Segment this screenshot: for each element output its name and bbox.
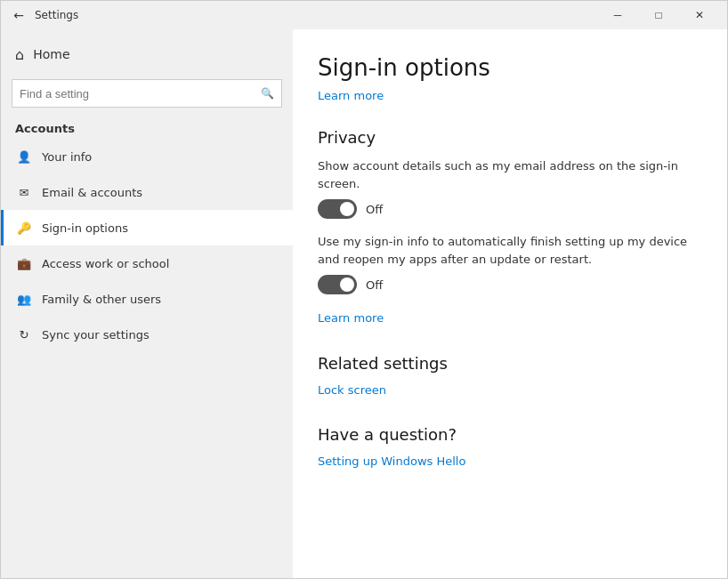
- sidebar-item-home[interactable]: ⌂ Home: [1, 36, 293, 72]
- briefcase-icon: 💼: [15, 257, 33, 270]
- nav-label-email-accounts: Email & accounts: [42, 186, 142, 199]
- content-area: ⌂ Home 🔍 Accounts 👤 Your info ✉ Email & …: [1, 29, 727, 578]
- minimize-button[interactable]: ─: [597, 1, 638, 29]
- privacy-row-1: Show account details such as my email ad…: [318, 157, 699, 219]
- family-icon: 👥: [15, 293, 33, 306]
- back-button[interactable]: ←: [8, 4, 29, 26]
- setting-up-windows-hello-link[interactable]: Setting up Windows Hello: [318, 454, 699, 468]
- have-question-section: Have a question? Setting up Windows Hell…: [318, 425, 699, 468]
- privacy-section-title: Privacy: [318, 128, 699, 147]
- sidebar-item-family-other-users[interactable]: 👥 Family & other users: [1, 281, 293, 317]
- related-section-title: Related settings: [318, 354, 699, 373]
- sync-icon: ↻: [15, 328, 33, 342]
- home-icon: ⌂: [15, 46, 24, 63]
- main-content: Sign-in options Learn more Privacy Show …: [293, 29, 727, 578]
- sidebar-item-access-work-school[interactable]: 💼 Access work or school: [1, 245, 293, 281]
- search-input[interactable]: [20, 87, 261, 101]
- toggle-2[interactable]: [318, 275, 357, 294]
- related-section: Related settings Lock screen: [318, 354, 699, 397]
- privacy-row-2: Use my sign-in info to automatically fin…: [318, 233, 699, 294]
- toggle-label-1: Off: [366, 203, 383, 216]
- page-title: Sign-in options: [318, 54, 699, 81]
- nav-label-your-info: Your info: [42, 150, 92, 164]
- privacy-section: Privacy Show account details such as my …: [318, 128, 699, 326]
- toggle-row-1: Off: [318, 199, 699, 219]
- nav-label-family-other-users: Family & other users: [42, 293, 161, 306]
- nav-label-sync-settings: Sync your settings: [42, 328, 150, 342]
- sidebar-item-sync-settings[interactable]: ↻ Sync your settings: [1, 317, 293, 352]
- window-controls: ─ □ ✕: [597, 1, 720, 29]
- close-button[interactable]: ✕: [679, 1, 720, 29]
- sidebar: ⌂ Home 🔍 Accounts 👤 Your info ✉ Email & …: [1, 29, 293, 578]
- privacy-desc-2: Use my sign-in info to automatically fin…: [318, 233, 699, 268]
- lock-screen-link[interactable]: Lock screen: [318, 383, 699, 397]
- sidebar-item-sign-in-options[interactable]: 🔑 Sign-in options: [1, 210, 293, 245]
- have-question-title: Have a question?: [318, 425, 699, 444]
- toggle-1[interactable]: [318, 199, 357, 219]
- home-label: Home: [33, 47, 69, 61]
- privacy-desc-1: Show account details such as my email ad…: [318, 157, 699, 192]
- window-title: Settings: [35, 9, 597, 21]
- section-label: Accounts: [1, 115, 293, 139]
- settings-window: ← Settings ─ □ ✕ ⌂ Home 🔍 Accounts 👤 You…: [0, 0, 728, 579]
- search-box[interactable]: 🔍: [12, 79, 282, 108]
- key-icon: 🔑: [15, 221, 33, 235]
- toggle-label-2: Off: [366, 278, 383, 292]
- email-icon: ✉: [15, 186, 33, 199]
- titlebar: ← Settings ─ □ ✕: [1, 1, 727, 29]
- toggle-row-2: Off: [318, 275, 699, 294]
- search-icon: 🔍: [261, 87, 274, 100]
- maximize-button[interactable]: □: [638, 1, 679, 29]
- nav-label-access-work-school: Access work or school: [42, 257, 169, 270]
- learn-more-bottom-link[interactable]: Learn more: [318, 311, 384, 325]
- sidebar-item-email-accounts[interactable]: ✉ Email & accounts: [1, 174, 293, 210]
- person-icon: 👤: [15, 150, 33, 164]
- sidebar-item-your-info[interactable]: 👤 Your info: [1, 139, 293, 174]
- nav-label-sign-in-options: Sign-in options: [42, 221, 128, 235]
- learn-more-top-link[interactable]: Learn more: [318, 89, 384, 102]
